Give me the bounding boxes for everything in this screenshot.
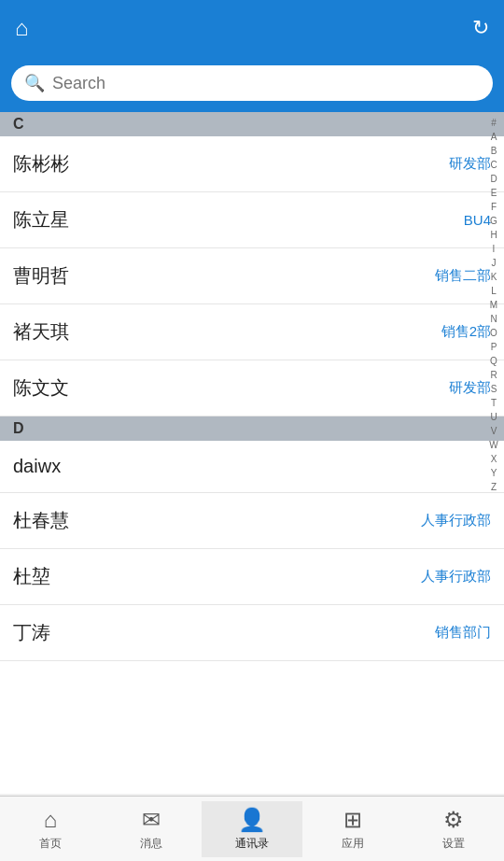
- contact-name: 丁涛: [13, 620, 50, 645]
- bottom-nav: ⌂首页✉消息👤通讯录⊞应用⚙设置: [0, 796, 504, 861]
- contact-name: 陈文文: [13, 375, 69, 401]
- contacts-nav-label: 通讯录: [235, 836, 269, 852]
- alpha-item-k[interactable]: K: [483, 270, 504, 284]
- contact-row[interactable]: 杜堃人事行政部: [0, 549, 504, 605]
- header: ⌂ ↻: [0, 0, 504, 56]
- contact-row[interactable]: 陈彬彬研发部: [0, 136, 504, 192]
- contact-row[interactable]: 丁涛销售部门: [0, 605, 504, 661]
- messages-nav-label: 消息: [140, 836, 162, 852]
- contact-list: #ABCDEFGHIJKLMNOPQRSTUVWXYZ C陈彬彬研发部陈立星BU…: [0, 112, 504, 794]
- contact-row[interactable]: 陈立星BU4: [0, 192, 504, 248]
- contact-row[interactable]: 杜春慧人事行政部: [0, 493, 504, 549]
- home-button[interactable]: ⌂: [15, 15, 29, 41]
- messages-nav-icon: ✉: [142, 807, 161, 833]
- home-nav-label: 首页: [39, 836, 62, 852]
- alpha-item-p[interactable]: P: [483, 340, 504, 354]
- nav-item-messages[interactable]: ✉消息: [101, 801, 202, 857]
- apps-nav-label: 应用: [342, 836, 364, 852]
- contact-name: 杜堃: [13, 564, 50, 589]
- alpha-item-c[interactable]: C: [483, 158, 504, 172]
- alpha-item-z[interactable]: Z: [483, 480, 504, 494]
- alpha-item-l[interactable]: L: [483, 284, 504, 298]
- alpha-item-t[interactable]: T: [483, 396, 504, 410]
- home-nav-icon: ⌂: [44, 807, 58, 833]
- section-header-c: C: [0, 112, 504, 136]
- alpha-item-i[interactable]: I: [483, 242, 504, 256]
- contact-name: 曹明哲: [13, 263, 69, 289]
- alpha-item-s[interactable]: S: [483, 382, 504, 396]
- contact-row[interactable]: 褚天琪销售2部: [0, 304, 504, 360]
- alpha-item-x[interactable]: X: [483, 452, 504, 466]
- settings-nav-label: 设置: [442, 836, 465, 852]
- alpha-item-r[interactable]: R: [483, 368, 504, 382]
- alpha-item-u[interactable]: U: [483, 410, 504, 424]
- alpha-item-h[interactable]: H: [483, 228, 504, 242]
- alphabet-sidebar: #ABCDEFGHIJKLMNOPQRSTUVWXYZ: [483, 112, 504, 498]
- contact-row[interactable]: 曹明哲销售二部: [0, 248, 504, 304]
- contact-name: 杜春慧: [13, 508, 69, 533]
- alpha-item-a[interactable]: A: [483, 130, 504, 144]
- alpha-item-y[interactable]: Y: [483, 466, 504, 480]
- contact-row[interactable]: 陈文文研发部: [0, 360, 504, 416]
- alpha-item-b[interactable]: B: [483, 144, 504, 158]
- search-bar[interactable]: 🔍: [11, 65, 493, 101]
- search-input[interactable]: [52, 74, 480, 93]
- contact-dept: 销售二部: [435, 267, 491, 285]
- nav-item-apps[interactable]: ⊞应用: [302, 801, 403, 857]
- section-header-d: D: [0, 416, 504, 441]
- alpha-item-q[interactable]: Q: [483, 354, 504, 368]
- apps-nav-icon: ⊞: [343, 807, 362, 833]
- alpha-item-n[interactable]: N: [483, 312, 504, 326]
- settings-nav-icon: ⚙: [443, 807, 464, 833]
- refresh-button[interactable]: ↻: [472, 16, 489, 40]
- contact-name: 陈立星: [13, 207, 69, 233]
- alpha-item-j[interactable]: J: [483, 256, 504, 270]
- alpha-item-d[interactable]: D: [483, 172, 504, 186]
- alpha-item-m[interactable]: M: [483, 298, 504, 312]
- search-icon: 🔍: [24, 73, 45, 93]
- contact-dept: 人事行政部: [421, 568, 491, 586]
- alpha-item-g[interactable]: G: [483, 214, 504, 228]
- alpha-item-v[interactable]: V: [483, 424, 504, 438]
- contact-name: 褚天琪: [13, 319, 69, 345]
- contact-name: 陈彬彬: [13, 151, 69, 176]
- search-container: 🔍: [0, 56, 504, 112]
- contact-name: daiwx: [13, 456, 61, 477]
- alpha-item-#[interactable]: #: [483, 116, 504, 130]
- contact-row[interactable]: daiwx: [0, 441, 504, 493]
- contact-dept: 销售部门: [435, 624, 491, 642]
- nav-item-home[interactable]: ⌂首页: [0, 801, 101, 857]
- alpha-item-e[interactable]: E: [483, 186, 504, 200]
- contacts-nav-icon: 👤: [238, 807, 266, 833]
- nav-item-settings[interactable]: ⚙设置: [403, 801, 504, 857]
- nav-item-contacts[interactable]: 👤通讯录: [202, 801, 302, 857]
- alpha-item-f[interactable]: F: [483, 200, 504, 214]
- alpha-item-w[interactable]: W: [483, 438, 504, 452]
- contact-dept: 人事行政部: [421, 512, 491, 529]
- alpha-item-o[interactable]: O: [483, 326, 504, 340]
